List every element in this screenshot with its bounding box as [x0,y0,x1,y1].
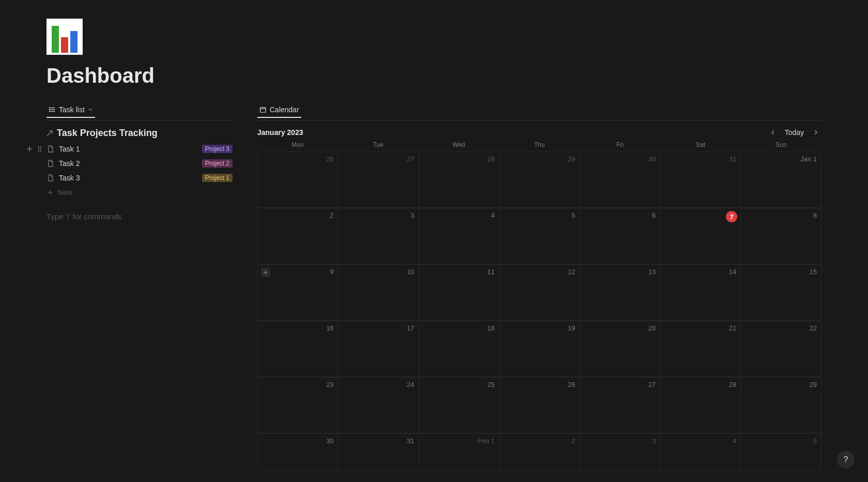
calendar-cell[interactable]: 15 [741,265,822,321]
calendar-cell[interactable]: 18 [419,321,500,377]
calendar-cell[interactable]: 22 [741,321,822,377]
calendar-date-number: 23 [326,381,333,388]
calendar-date-number: 16 [326,324,333,332]
calendar-date-number: 29 [810,381,817,388]
calendar-cell[interactable]: 13 [580,265,660,321]
calendar-cell[interactable]: 12 [500,265,580,321]
calendar-date-number: 9 [330,268,334,276]
calendar-date-number: 31 [729,155,736,163]
calendar-cell[interactable]: 26 [258,152,338,208]
svg-point-5 [49,111,50,112]
calendar-cell[interactable]: 29 [500,152,580,208]
calendar-cell[interactable]: 31 [338,434,419,471]
calendar-cell[interactable]: 8 [741,208,822,264]
task-name: Task 1 [59,145,198,153]
calendar-prev-button[interactable] [767,127,779,138]
task-name: Task 2 [59,159,198,168]
project-tag[interactable]: Project 3 [202,145,233,153]
tab-calendar[interactable]: Calendar [257,106,301,118]
calendar-date-number: 11 [487,268,494,276]
svg-point-4 [49,109,50,110]
project-tag[interactable]: Project 2 [202,159,233,168]
linked-db-icon [45,129,54,138]
calendar-cell[interactable]: 27 [580,378,660,433]
calendar-cell[interactable]: Jan 1 [741,152,822,208]
task-row[interactable]: Task 2Project 2 [47,156,233,171]
calendar-cell[interactable]: 20 [580,321,660,377]
calendar-cell[interactable]: 3 [338,208,419,264]
calendar-date-number: 20 [648,324,656,332]
calendar-date-number: 2 [330,212,334,219]
calendar-cell[interactable]: 30 [580,152,660,208]
calendar-cell[interactable]: 23 [258,378,338,433]
new-task-row[interactable]: New [47,185,233,200]
calendar-cell[interactable]: 31 [660,152,741,208]
calendar-cell[interactable]: 11 [419,265,500,321]
svg-point-8 [38,146,39,147]
chevron-down-icon [88,107,93,112]
help-button[interactable]: ? [837,451,855,469]
calendar-cell[interactable]: 5 [500,208,580,264]
calendar-next-button[interactable] [810,127,822,138]
calendar-cell[interactable]: 19 [500,321,580,377]
calendar-dow-label: Fri [580,140,660,152]
svg-point-11 [40,148,41,149]
svg-rect-16 [260,108,266,113]
calendar-cell[interactable]: 4 [660,434,741,471]
calendar-cell[interactable]: 28 [419,152,500,208]
page-title[interactable]: Dashboard [47,64,822,87]
tab-task-list[interactable]: Task list [47,106,95,118]
calendar-cell[interactable]: 9 [258,265,338,321]
calendar-date-number: 2 [571,437,575,445]
calendar-dow-label: Sat [660,140,741,152]
calendar-cell[interactable]: 17 [338,321,419,377]
calendar-date-number: 5 [813,437,817,445]
calendar-date-number: Feb 1 [477,437,494,445]
calendar-today-button[interactable]: Today [782,127,807,138]
svg-point-12 [38,150,39,152]
calendar-cell[interactable]: 30 [258,434,338,471]
calendar-date-number: 4 [491,212,494,219]
calendar-cell[interactable]: 27 [338,152,419,208]
calendar-dow-label: Mon [257,140,338,152]
page-icon[interactable] [47,19,83,55]
calendar-cell[interactable]: Feb 1 [419,434,500,471]
calendar-cell[interactable]: 25 [419,378,500,433]
calendar-cell[interactable]: 6 [580,208,660,264]
slash-command-placeholder[interactable]: Type '/' for commands [47,200,233,221]
database-title-text: Task Projects Tracking [57,128,158,139]
drag-handle-icon[interactable] [35,145,44,153]
calendar-date-number: 5 [571,212,575,219]
calendar-cell[interactable]: 3 [580,434,660,471]
tab-task-list-label: Task list [59,106,85,114]
calendar-cell[interactable]: 2 [258,208,338,264]
calendar-cell[interactable]: 21 [660,321,741,377]
calendar-date-number: 27 [407,155,414,163]
calendar-add-icon[interactable] [261,268,270,277]
calendar-dow-label: Sun [741,140,822,152]
calendar-cell[interactable]: 14 [660,265,741,321]
svg-point-10 [38,148,39,149]
calendar-cell[interactable]: 7 [660,208,741,264]
calendar-date-number: 13 [648,268,656,276]
calendar-cell[interactable]: 28 [660,378,741,433]
calendar-cell[interactable]: 24 [338,378,419,433]
calendar-date-number: 31 [407,437,414,445]
calendar-date-number: 15 [810,268,817,276]
calendar-cell[interactable]: 26 [500,378,580,433]
calendar-cell[interactable]: 5 [741,434,822,471]
project-tag[interactable]: Project 1 [202,174,233,182]
calendar-cell[interactable]: 4 [419,208,500,264]
add-row-icon[interactable] [25,145,34,153]
calendar-cell[interactable]: 16 [258,321,338,377]
task-row[interactable]: Task 3Project 1 [47,171,233,185]
calendar-today-badge: 7 [726,211,737,222]
calendar-cell[interactable]: 10 [338,265,419,321]
database-title[interactable]: Task Projects Tracking [47,120,233,142]
svg-point-9 [40,146,41,147]
calendar-dow-label: Wed [419,140,499,152]
task-row[interactable]: Task 1Project 3 [47,142,233,156]
svg-point-3 [49,108,50,108]
calendar-cell[interactable]: 2 [500,434,580,471]
calendar-cell[interactable]: 29 [741,378,822,433]
